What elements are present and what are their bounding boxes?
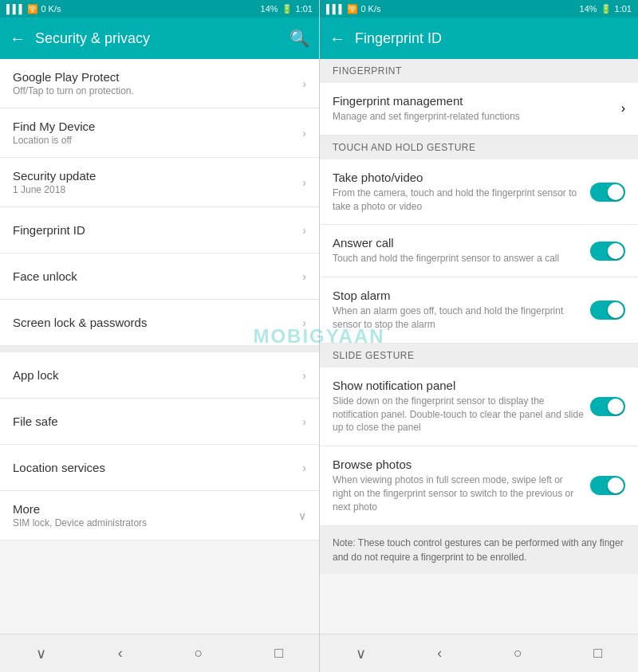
take-photo-toggle[interactable] bbox=[590, 183, 625, 202]
menu-item-title: Location services bbox=[13, 461, 302, 474]
browse-photos-toggle[interactable] bbox=[590, 476, 625, 495]
menu-item-title: More bbox=[13, 502, 298, 516]
slide-gesture-section-header: SLIDE GESTURE bbox=[320, 344, 638, 367]
battery-icon: 🔋 bbox=[282, 4, 293, 14]
menu-item-subtitle: Off/Tap to turn on protection. bbox=[13, 85, 302, 96]
nav-down-icon[interactable]: ∨ bbox=[356, 645, 366, 662]
fp-item-title: Show notification panel bbox=[333, 379, 584, 392]
menu-item-subtitle: Location is off bbox=[13, 135, 302, 146]
nav-home-icon[interactable]: ○ bbox=[195, 645, 203, 662]
chevron-icon: › bbox=[302, 77, 306, 90]
nav-home-icon[interactable]: ○ bbox=[514, 645, 522, 662]
menu-item-face-unlock[interactable]: Face unlock › bbox=[0, 253, 319, 300]
menu-item-location-services[interactable]: Location services › bbox=[0, 445, 319, 491]
dropdown-icon: ∨ bbox=[298, 509, 306, 522]
menu-item-screen-lock[interactable]: Screen lock & passwords › bbox=[0, 300, 319, 346]
fp-item-title: Answer call bbox=[333, 236, 584, 250]
menu-item-title: Security update bbox=[13, 169, 302, 183]
menu-item-fingerprint-id[interactable]: Fingerprint ID › bbox=[0, 207, 319, 253]
chevron-icon: › bbox=[302, 224, 306, 237]
signal-icon: ▌▌▌ bbox=[326, 4, 345, 14]
chevron-icon: › bbox=[302, 415, 306, 428]
left-bottom-nav: ∨ ‹ ○ □ bbox=[0, 634, 319, 672]
time-text: 1:01 bbox=[296, 4, 313, 14]
battery-text: 14% bbox=[261, 4, 278, 14]
wifi-icon: 🛜 bbox=[27, 4, 38, 14]
stop-alarm-toggle[interactable] bbox=[590, 301, 625, 320]
time-text: 1:01 bbox=[615, 4, 632, 14]
chevron-icon: › bbox=[621, 101, 625, 116]
right-top-bar: ← Fingerprint ID bbox=[320, 18, 638, 59]
menu-item-file-safe[interactable]: File safe › bbox=[0, 399, 319, 445]
nav-recents-icon[interactable]: □ bbox=[593, 645, 602, 662]
right-phone-panel: ▌▌▌ 🛜 0 K/s 14% 🔋 1:01 ← Fingerprint ID … bbox=[319, 0, 638, 672]
answer-call-toggle[interactable] bbox=[590, 242, 625, 261]
right-status-right: 14% 🔋 1:01 bbox=[580, 4, 632, 14]
fp-item-subtitle: When an alarm goes off, touch and hold t… bbox=[333, 305, 584, 332]
nav-down-icon[interactable]: ∨ bbox=[36, 645, 46, 662]
take-photo-video-item[interactable]: Take photo/video From the camera, touch … bbox=[320, 159, 638, 226]
status-left: ▌▌▌ 🛜 0 K/s bbox=[6, 4, 61, 14]
chevron-icon: › bbox=[302, 316, 306, 329]
menu-item-app-lock[interactable]: App lock › bbox=[0, 352, 319, 399]
stop-alarm-item[interactable]: Stop alarm When an alarm goes off, touch… bbox=[320, 277, 638, 344]
right-status-bar: ▌▌▌ 🛜 0 K/s 14% 🔋 1:01 bbox=[320, 0, 638, 18]
back-button[interactable]: ← bbox=[329, 29, 345, 48]
show-notification-panel-item[interactable]: Show notification panel Slide down on th… bbox=[320, 367, 638, 446]
speed-text: 0 K/s bbox=[360, 4, 380, 14]
menu-item-google-play[interactable]: Google Play Protect Off/Tap to turn on p… bbox=[0, 59, 319, 108]
fp-item-title: Fingerprint management bbox=[333, 94, 615, 108]
fp-item-subtitle: From the camera, touch and hold the fing… bbox=[333, 187, 584, 214]
battery-text: 14% bbox=[580, 4, 597, 14]
menu-item-subtitle: 1 June 2018 bbox=[13, 184, 302, 195]
answer-call-item[interactable]: Answer call Touch and hold the fingerpri… bbox=[320, 225, 638, 277]
right-status-left: ▌▌▌ 🛜 0 K/s bbox=[326, 4, 380, 14]
left-status-bar: ▌▌▌ 🛜 0 K/s 14% 🔋 1:01 bbox=[0, 0, 319, 18]
nav-back-icon[interactable]: ‹ bbox=[437, 645, 442, 662]
battery-icon: 🔋 bbox=[601, 4, 612, 14]
fingerprint-management-item[interactable]: Fingerprint management Manage and set fi… bbox=[320, 83, 638, 136]
show-notification-toggle[interactable] bbox=[590, 397, 625, 416]
menu-item-title: Find My Device bbox=[13, 120, 302, 133]
right-bottom-nav: ∨ ‹ ○ □ bbox=[320, 634, 638, 672]
menu-item-title: Face unlock bbox=[13, 269, 302, 283]
fingerprint-note: Note: These touch control gestures can b… bbox=[320, 526, 638, 574]
right-content-area: FINGERPRINT Fingerprint management Manag… bbox=[320, 59, 638, 634]
signal-icon: ▌▌▌ bbox=[6, 4, 25, 14]
menu-item-subtitle: SIM lock, Device administrators bbox=[13, 517, 298, 529]
nav-recents-icon[interactable]: □ bbox=[274, 645, 283, 662]
fp-item-title: Take photo/video bbox=[333, 171, 584, 184]
fp-item-subtitle: Manage and set fingerprint-related funct… bbox=[333, 110, 615, 124]
browse-photos-item[interactable]: Browse photos When viewing photos in ful… bbox=[320, 446, 638, 525]
fp-item-title: Stop alarm bbox=[333, 289, 584, 302]
menu-item-title: Fingerprint ID bbox=[13, 223, 302, 237]
page-title: Security & privacy bbox=[35, 30, 280, 47]
fp-item-subtitle: When viewing photos in full screen mode,… bbox=[333, 474, 584, 513]
fingerprint-section-header: FINGERPRINT bbox=[320, 59, 638, 83]
back-button[interactable]: ← bbox=[10, 29, 26, 48]
chevron-icon: › bbox=[302, 127, 306, 140]
wifi-icon: 🛜 bbox=[347, 4, 358, 14]
page-title: Fingerprint ID bbox=[355, 30, 628, 47]
menu-item-more[interactable]: More SIM lock, Device administrators ∨ bbox=[0, 491, 319, 540]
fp-item-title: Browse photos bbox=[333, 458, 584, 471]
menu-item-title: Google Play Protect bbox=[13, 70, 302, 84]
left-content-area: Google Play Protect Off/Tap to turn on p… bbox=[0, 59, 319, 634]
search-button[interactable]: 🔍 bbox=[289, 29, 309, 48]
nav-back-icon[interactable]: ‹ bbox=[118, 645, 123, 662]
left-phone-panel: ▌▌▌ 🛜 0 K/s 14% 🔋 1:01 ← Security & priv… bbox=[0, 0, 319, 672]
fp-item-subtitle: Slide down on the fingerprint sensor to … bbox=[333, 395, 584, 434]
chevron-icon: › bbox=[302, 176, 306, 189]
left-top-bar: ← Security & privacy 🔍 bbox=[0, 18, 319, 59]
status-right: 14% 🔋 1:01 bbox=[261, 4, 313, 14]
menu-divider bbox=[0, 346, 319, 352]
menu-item-security-update[interactable]: Security update 1 June 2018 › bbox=[0, 158, 319, 207]
fp-item-subtitle: Touch and hold the fingerprint sensor to… bbox=[333, 252, 584, 265]
menu-item-title: Screen lock & passwords bbox=[13, 316, 302, 329]
speed-text: 0 K/s bbox=[41, 4, 61, 14]
menu-item-find-my-device[interactable]: Find My Device Location is off › bbox=[0, 108, 319, 158]
menu-item-title: App lock bbox=[13, 368, 302, 382]
chevron-icon: › bbox=[302, 369, 306, 382]
menu-item-title: File safe bbox=[13, 415, 302, 428]
chevron-icon: › bbox=[302, 462, 306, 474]
